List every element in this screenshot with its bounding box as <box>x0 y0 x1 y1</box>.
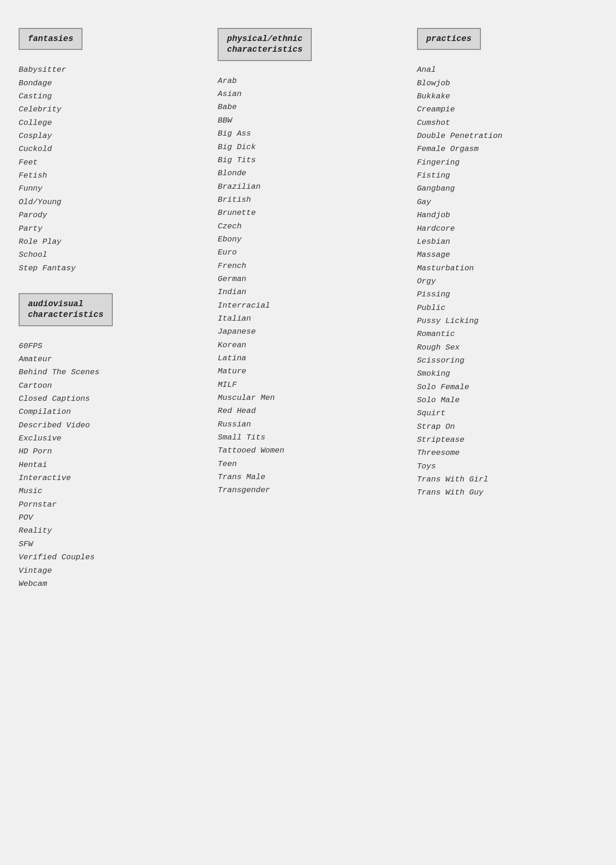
list-item[interactable]: Funny <box>19 183 199 195</box>
list-item[interactable]: Role Play <box>19 236 199 248</box>
list-item[interactable]: Korean <box>218 339 398 351</box>
list-item[interactable]: Behind The Scenes <box>19 366 199 378</box>
list-item[interactable]: College <box>19 117 199 129</box>
list-item[interactable]: Trans With Guy <box>417 487 597 499</box>
list-item[interactable]: Latina <box>218 352 398 364</box>
list-item[interactable]: Public <box>417 302 597 314</box>
list-item[interactable]: Hardcore <box>417 223 597 235</box>
list-item[interactable]: Fetish <box>19 170 199 182</box>
list-item[interactable]: POV <box>19 512 199 524</box>
list-item[interactable]: Czech <box>218 220 398 233</box>
list-item[interactable]: Rough Sex <box>417 342 597 354</box>
list-item[interactable]: Pornstar <box>19 499 199 511</box>
list-item[interactable]: Blonde <box>218 167 398 179</box>
list-item[interactable]: Squirt <box>417 407 597 419</box>
list-item[interactable]: Russian <box>218 419 398 431</box>
list-item[interactable]: Bondage <box>19 77 199 89</box>
list-item[interactable]: Masturbation <box>417 262 597 275</box>
list-item[interactable]: Cuckold <box>19 143 199 155</box>
list-item[interactable]: MILF <box>218 379 398 391</box>
list-item[interactable]: Solo Male <box>417 394 597 406</box>
list-item[interactable]: Smoking <box>417 368 597 380</box>
list-item[interactable]: Tattooed Women <box>218 445 398 457</box>
list-item[interactable]: Gay <box>417 196 597 208</box>
list-item[interactable]: Muscular Men <box>218 392 398 404</box>
list-item[interactable]: Italian <box>218 313 398 325</box>
list-item[interactable]: Lesbian <box>417 236 597 248</box>
list-item[interactable]: Cumshot <box>417 117 597 129</box>
list-item[interactable]: Indian <box>218 286 398 298</box>
list-item[interactable]: Big Tits <box>218 154 398 166</box>
list-item[interactable]: Trans With Girl <box>417 474 597 486</box>
list-item[interactable]: Party <box>19 223 199 235</box>
list-item[interactable]: Creampie <box>417 103 597 116</box>
list-item[interactable]: Fisting <box>417 170 597 182</box>
list-item[interactable]: Webcam <box>19 578 199 590</box>
list-item[interactable]: BBW <box>218 115 398 127</box>
list-item[interactable]: Gangbang <box>417 183 597 195</box>
list-item[interactable]: Closed Captions <box>19 393 199 405</box>
list-item[interactable]: Threesome <box>417 447 597 459</box>
list-item[interactable]: Vintage <box>19 565 199 577</box>
list-item[interactable]: Brazilian <box>218 181 398 193</box>
list-item[interactable]: Feet <box>19 157 199 169</box>
list-item[interactable]: Big Dick <box>218 141 398 153</box>
list-item[interactable]: Cosplay <box>19 130 199 142</box>
list-item[interactable]: Big Ass <box>218 128 398 140</box>
list-item[interactable]: Verified Couples <box>19 551 199 563</box>
list-item[interactable]: Striptease <box>417 434 597 446</box>
list-item[interactable]: Small Tits <box>218 432 398 444</box>
list-item[interactable]: Pussy Licking <box>417 315 597 327</box>
list-item[interactable]: Mature <box>218 365 398 378</box>
list-item[interactable]: Brunette <box>218 207 398 219</box>
list-item[interactable]: Pissing <box>417 288 597 301</box>
list-item[interactable]: Transgender <box>218 484 398 496</box>
list-item[interactable]: Euro <box>218 247 398 259</box>
list-item[interactable]: British <box>218 194 398 206</box>
list-item[interactable]: Hentai <box>19 459 199 471</box>
list-item[interactable]: French <box>218 260 398 272</box>
list-item[interactable]: Solo Female <box>417 381 597 393</box>
list-item[interactable]: Described Video <box>19 419 199 432</box>
list-item[interactable]: German <box>218 273 398 285</box>
list-item[interactable]: Cartoon <box>19 380 199 392</box>
list-item[interactable]: Trans Male <box>218 471 398 483</box>
list-item[interactable]: Old/Young <box>19 196 199 208</box>
list-item[interactable]: Red Head <box>218 405 398 417</box>
list-item[interactable]: Teen <box>218 458 398 470</box>
list-item[interactable]: Fingering <box>417 157 597 169</box>
list-item[interactable]: Asian <box>218 88 398 100</box>
list-item[interactable]: Babysitter <box>19 64 199 76</box>
list-item[interactable]: Anal <box>417 64 597 76</box>
list-item[interactable]: Casting <box>19 90 199 103</box>
list-item[interactable]: Orgy <box>417 275 597 288</box>
list-item[interactable]: Japanese <box>218 326 398 338</box>
list-item[interactable]: Step Fantasy <box>19 262 199 275</box>
list-item[interactable]: Arab <box>218 75 398 87</box>
list-item[interactable]: Toys <box>417 460 597 473</box>
list-item[interactable]: Exclusive <box>19 432 199 445</box>
list-item[interactable]: School <box>19 249 199 261</box>
list-item[interactable]: Reality <box>19 525 199 537</box>
list-item[interactable]: Music <box>19 485 199 497</box>
list-item[interactable]: Parody <box>19 209 199 221</box>
list-item[interactable]: Celebrity <box>19 103 199 116</box>
list-item[interactable]: Compilation <box>19 406 199 418</box>
list-item[interactable]: Interracial <box>218 300 398 312</box>
list-item[interactable]: Babe <box>218 101 398 113</box>
list-item[interactable]: Scissoring <box>417 355 597 367</box>
list-item[interactable]: Interactive <box>19 472 199 484</box>
list-item[interactable]: Amateur <box>19 353 199 365</box>
list-item[interactable]: Blowjob <box>417 77 597 89</box>
list-item[interactable]: Romantic <box>417 328 597 340</box>
list-item[interactable]: Strap On <box>417 421 597 433</box>
list-item[interactable]: Handjob <box>417 209 597 221</box>
list-item[interactable]: SFW <box>19 538 199 550</box>
list-item[interactable]: Bukkake <box>417 90 597 103</box>
list-item[interactable]: HD Porn <box>19 446 199 458</box>
list-item[interactable]: 60FPS <box>19 340 199 352</box>
list-item[interactable]: Ebony <box>218 233 398 246</box>
list-item[interactable]: Female Orgasm <box>417 143 597 155</box>
list-item[interactable]: Double Penetration <box>417 130 597 142</box>
list-item[interactable]: Massage <box>417 249 597 261</box>
